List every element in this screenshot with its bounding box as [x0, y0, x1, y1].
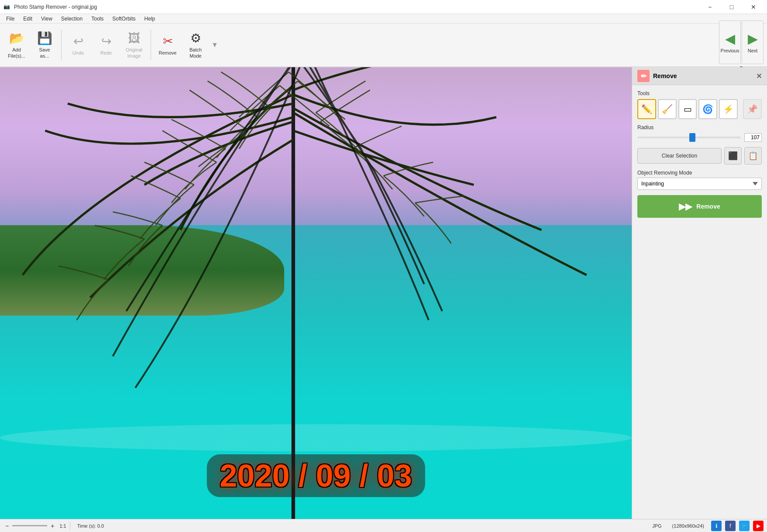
menu-tools[interactable]: Tools [87, 14, 108, 23]
remove-label: Remove [159, 50, 177, 56]
youtube-button[interactable]: ▶ [753, 521, 764, 531]
facebook-button[interactable]: f [725, 521, 736, 531]
status-bar: − + 1:1 Time (s): 0.0 JPG (1280x960x24) … [0, 519, 767, 532]
add-files-icon: 📂 [9, 31, 24, 45]
toolbar-sep-2 [151, 30, 151, 60]
smart-select-tool-button[interactable]: ⚡ [719, 99, 738, 119]
toolbar-sep-1 [61, 30, 62, 60]
toolbar-more-icon: ▼ [211, 41, 218, 49]
add-files-label: AddFile(s)... [8, 47, 25, 58]
previous-icon: ◀ [725, 31, 735, 46]
previous-button[interactable]: ◀ Previous [719, 21, 741, 64]
zoom-label: 1:1 [59, 523, 66, 529]
close-button[interactable]: ✕ [743, 0, 764, 14]
redo-button[interactable]: ↪ Redo [93, 27, 119, 62]
original-image-icon: 🖼 [128, 31, 140, 45]
stamp-tool-button[interactable]: 📌 [743, 99, 762, 119]
zoom-slider[interactable] [12, 525, 47, 526]
tools-row: ✏️ 🧹 ▭ 🌀 ⚡ 📌 [637, 99, 762, 119]
remove-button[interactable]: ✂ Remove [155, 27, 181, 62]
canvas-area[interactable]: 2020 / 09 / 03 [0, 67, 632, 519]
mode-select[interactable]: Inpainting Move and Expand Clone Stamp [637, 178, 762, 190]
mode-section: Object Removing Mode Inpainting Move and… [637, 170, 762, 190]
palm-svg [0, 67, 632, 519]
save-as-icon: 💾 [37, 31, 52, 45]
toolbar: 📂 AddFile(s)... 💾 Saveas... ↩ Undo ↪ Red… [0, 24, 767, 67]
redo-icon: ↪ [101, 34, 111, 48]
radius-label: Radius [637, 124, 762, 130]
title-bar: 📷 Photo Stamp Remover - original.jpg − □… [0, 0, 767, 14]
eraser-tool-button[interactable]: 🧹 [658, 99, 677, 119]
radius-section: Radius [637, 124, 762, 142]
brush-tool-button[interactable]: ✏️ [637, 99, 656, 119]
next-button[interactable]: ▶ Next [742, 21, 764, 64]
original-image-button[interactable]: 🖼 OriginalImage [121, 27, 147, 62]
remove-arrow-icon: ▶▶ [679, 201, 692, 212]
menu-help[interactable]: Help [140, 14, 160, 23]
menu-softorbits[interactable]: SoftOrbits [108, 14, 140, 23]
magic-wand-tool-button[interactable]: 🌀 [698, 99, 717, 119]
tools-section: Tools ✏️ 🧹 ▭ 🌀 ⚡ 📌 [637, 90, 762, 119]
mode-label: Object Removing Mode [637, 170, 762, 176]
remove-action-label: Remove [696, 203, 720, 210]
menu-file[interactable]: File [2, 14, 19, 23]
toolbox-title-row: ✏ Remove [637, 70, 677, 82]
menu-view[interactable]: View [37, 14, 57, 23]
window-title: Photo Stamp Remover - original.jpg [14, 4, 700, 10]
batch-mode-label: BatchMode [189, 47, 202, 58]
toolbox-title: Remove [653, 72, 677, 79]
toolbox-panel: ✏ Remove ✕ Tools ✏️ 🧹 ▭ 🌀 ⚡ 📌 [632, 67, 767, 519]
menu-edit[interactable]: Edit [19, 14, 37, 23]
photo-container: 2020 / 09 / 03 [0, 67, 632, 519]
maximize-button[interactable]: □ [722, 0, 742, 14]
dimensions-label: (1280x960x24) [669, 523, 708, 529]
save-as-button[interactable]: 💾 Saveas... [31, 27, 58, 62]
undo-button[interactable]: ↩ Undo [65, 27, 91, 62]
add-files-button[interactable]: 📂 AddFile(s)... [3, 27, 30, 62]
status-right: JPG (1280x960x24) ℹ f 🐦 ▶ [649, 521, 764, 531]
twitter-button[interactable]: 🐦 [739, 521, 750, 531]
next-icon: ▶ [748, 31, 758, 46]
radius-slider[interactable] [637, 137, 741, 138]
toolbox-remove-icon: ✏ [637, 70, 650, 82]
clear-selection-button[interactable]: Clear Selection [637, 148, 722, 164]
timestamp-overlay: 2020 / 09 / 03 [206, 454, 425, 497]
toolbox-body: Tools ✏️ 🧹 ▭ 🌀 ⚡ 📌 Radius [632, 85, 767, 223]
info-button[interactable]: ℹ [711, 521, 722, 531]
undo-icon: ↩ [73, 34, 83, 48]
redo-label: Redo [100, 50, 112, 56]
menu-selection[interactable]: Selection [57, 14, 87, 23]
undo-label: Undo [72, 50, 84, 56]
previous-label: Previous [721, 48, 739, 53]
app-icon: 📷 [3, 3, 10, 10]
main-area: 2020 / 09 / 03 ✏ Remove ✕ Tools ✏️ 🧹 ▭ � [0, 67, 767, 519]
original-image-label: OriginalImage [126, 47, 142, 58]
status-sep-1 [70, 522, 70, 530]
tools-label: Tools [637, 90, 762, 96]
clear-buttons-row: Clear Selection ⬛ 📋 [637, 147, 762, 165]
format-label: JPG [649, 523, 665, 529]
time-label: Time (s): 0.0 [74, 523, 107, 529]
menu-bar: File Edit View Selection Tools SoftOrbit… [0, 14, 767, 24]
paste-selection-button[interactable]: 📋 [744, 147, 762, 165]
window-controls: − □ ✕ [700, 0, 764, 14]
radius-value-input[interactable] [744, 133, 762, 142]
zoom-out-button[interactable]: − [3, 522, 10, 529]
zoom-controls: − + [3, 522, 56, 529]
remove-icon: ✂ [163, 34, 173, 48]
batch-mode-button[interactable]: ⚙ BatchMode [182, 27, 209, 62]
minimize-button[interactable]: − [700, 0, 720, 14]
remove-action-button[interactable]: ▶▶ Remove [637, 195, 762, 218]
batch-mode-icon: ⚙ [190, 31, 201, 45]
radius-row [637, 133, 762, 142]
toolbox-close-button[interactable]: ✕ [756, 72, 762, 80]
toolbox-header: ✏ Remove ✕ [632, 67, 767, 85]
save-as-label: Saveas... [39, 47, 50, 58]
next-label: Next [748, 48, 758, 53]
select-to-clipboard-button[interactable]: ⬛ [724, 147, 742, 165]
rect-select-tool-button[interactable]: ▭ [678, 99, 697, 119]
zoom-in-button[interactable]: + [49, 522, 56, 529]
